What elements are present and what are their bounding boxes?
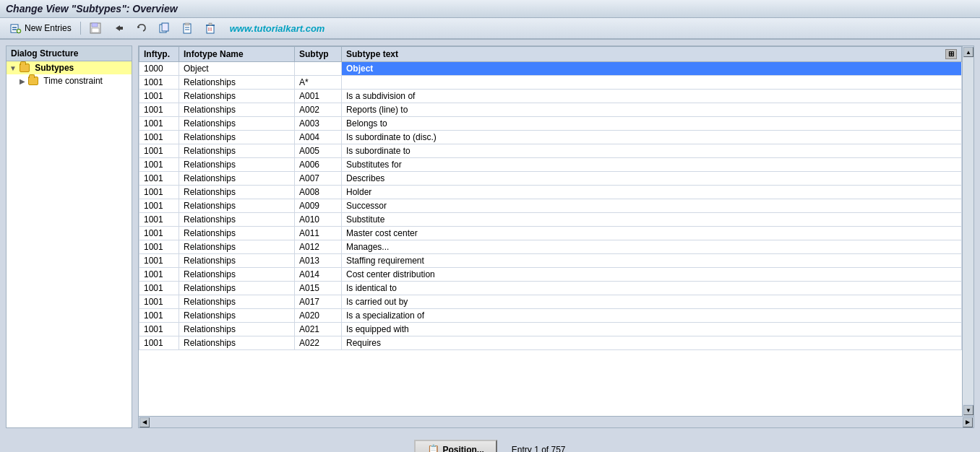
cell-inftyp: 1000 (139, 62, 179, 76)
cell-subtype-text: Is carried out by (342, 295, 962, 309)
table-row[interactable]: 1001 Relationships A005 Is subordinate t… (139, 144, 962, 158)
cell-inftyp: 1001 (139, 117, 179, 131)
cell-infotype-name: Relationships (179, 199, 295, 213)
cell-infotype-name: Relationships (179, 144, 295, 158)
cell-infotype-name: Relationships (179, 323, 295, 336)
data-table: Inftyp. Infotype Name Subtyp Subtype tex… (139, 46, 962, 350)
cell-inftyp: 1001 (139, 76, 179, 90)
vertical-scrollbar[interactable]: ▲ ▼ (962, 46, 973, 416)
cell-subtype-text: Is subordinate to (342, 144, 962, 158)
save-icon (90, 22, 101, 34)
table-row[interactable]: 1001 Relationships A021 Is equipped with (139, 323, 962, 336)
cell-subtyp: A001 (295, 90, 342, 103)
dialog-structure-panel: Dialog Structure ▼ Subtypes ▶ Time const… (6, 45, 132, 428)
new-entries-icon (10, 22, 22, 34)
cell-inftyp: 1001 (139, 309, 179, 323)
cell-subtyp: A021 (295, 323, 342, 336)
delete-icon (205, 22, 217, 34)
cell-subtyp: A014 (295, 268, 342, 282)
cell-infotype-name: Relationships (179, 158, 295, 172)
table-row[interactable]: 1001 Relationships A012 Manages... (139, 240, 962, 254)
cell-subtyp: A002 (295, 103, 342, 117)
delete-button[interactable] (201, 21, 221, 35)
table-row[interactable]: 1001 Relationships A003 Belongs to (139, 117, 962, 131)
cell-subtyp: A020 (295, 309, 342, 323)
cell-subtype-text: Is a subdivision of (342, 90, 962, 103)
page-title: Change View "Subtypes": Overview (6, 3, 178, 14)
cell-infotype-name: Relationships (179, 131, 295, 144)
scroll-left-button[interactable]: ◀ (139, 417, 150, 427)
cell-subtype-text: Is identical to (342, 282, 962, 295)
table-row[interactable]: 1001 Relationships A008 Holder (139, 186, 962, 199)
cell-subtyp: A007 (295, 172, 342, 186)
cell-subtype-text: Holder (342, 186, 962, 199)
scroll-up-button[interactable]: ▲ (963, 47, 973, 57)
table-row[interactable]: 1001 Relationships A015 Is identical to (139, 282, 962, 295)
cell-inftyp: 1001 (139, 131, 179, 144)
table-row[interactable]: 1001 Relationships A022 Requires (139, 336, 962, 350)
cell-infotype-name: Relationships (179, 336, 295, 350)
table-container: Inftyp. Infotype Name Subtyp Subtype tex… (139, 46, 973, 416)
cell-subtype-text: Manages... (342, 240, 962, 254)
svg-rect-9 (119, 27, 123, 30)
cell-infotype-name: Relationships (179, 240, 295, 254)
new-entries-button[interactable]: New Entries (6, 21, 76, 35)
sidebar-item-time-constraint[interactable]: ▶ Time constraint (7, 74, 132, 87)
table-row[interactable]: 1001 Relationships A017 Is carried out b… (139, 295, 962, 309)
sidebar-item-label-time: Time constraint (43, 76, 103, 86)
position-icon: 📋 (427, 444, 439, 452)
table-row[interactable]: 1001 Relationships A009 Successor (139, 199, 962, 213)
table-row[interactable]: 1001 Relationships A001 Is a subdivision… (139, 90, 962, 103)
table-panel: Inftyp. Infotype Name Subtyp Subtype tex… (138, 45, 974, 428)
back-button[interactable] (108, 21, 129, 35)
cell-subtyp: A008 (295, 186, 342, 199)
cell-subtype-text: Belongs to (342, 117, 962, 131)
entry-info: Entry 1 of 757 (512, 445, 566, 452)
col-header-subtype-text: Subtype text ⊞ (342, 47, 962, 62)
cell-infotype-name: Object (179, 62, 295, 76)
paste-button[interactable] (178, 21, 198, 35)
table-row[interactable]: 1001 Relationships A011 Master cost cent… (139, 227, 962, 240)
cell-inftyp: 1001 (139, 323, 179, 336)
col-resize-icon[interactable]: ⊞ (945, 49, 957, 59)
cell-subtyp: A012 (295, 240, 342, 254)
svg-rect-8 (92, 28, 99, 32)
scroll-right-button[interactable]: ▶ (963, 417, 973, 427)
table-body: 1000 Object Object 1001 Relationships A*… (139, 62, 962, 350)
cell-inftyp: 1001 (139, 240, 179, 254)
cell-infotype-name: Relationships (179, 268, 295, 282)
sidebar-item-subtypes[interactable]: ▼ Subtypes (7, 61, 132, 74)
cell-subtype-text: Requires (342, 336, 962, 350)
table-row[interactable]: 1001 Relationships A004 Is subordinate t… (139, 131, 962, 144)
cell-inftyp: 1001 (139, 172, 179, 186)
col-header-infotype-name: Infotype Name (179, 47, 295, 62)
table-row[interactable]: 1000 Object Object (139, 62, 962, 76)
cell-infotype-name: Relationships (179, 76, 295, 90)
table-row[interactable]: 1001 Relationships A013 Staffing require… (139, 254, 962, 268)
table-row[interactable]: 1001 Relationships A002 Reports (line) t… (139, 103, 962, 117)
horizontal-scrollbar[interactable]: ◀ ▶ (139, 416, 973, 427)
table-row[interactable]: 1001 Relationships A020 Is a specializat… (139, 309, 962, 323)
watermark: www.tutorialkart.com (230, 23, 325, 34)
cell-subtype-text: Substitutes for (342, 158, 962, 172)
table-row[interactable]: 1001 Relationships A007 Describes (139, 172, 962, 186)
table-row[interactable]: 1001 Relationships A006 Substitutes for (139, 158, 962, 172)
cell-inftyp: 1001 (139, 336, 179, 350)
scroll-down-button[interactable]: ▼ (963, 405, 973, 415)
cell-infotype-name: Relationships (179, 213, 295, 227)
table-wrapper[interactable]: Inftyp. Infotype Name Subtyp Subtype tex… (139, 46, 962, 416)
copy-icon (159, 22, 171, 34)
table-row[interactable]: 1001 Relationships A014 Cost center dist… (139, 268, 962, 282)
tree-arrow-time: ▶ (20, 77, 25, 85)
folder-icon-subtypes (20, 64, 30, 72)
copy-button[interactable] (155, 21, 175, 35)
save-button[interactable] (85, 21, 106, 35)
table-row[interactable]: 1001 Relationships A* (139, 76, 962, 90)
cell-subtyp: A005 (295, 144, 342, 158)
cell-subtyp (295, 62, 342, 76)
table-row[interactable]: 1001 Relationships A010 Substitute (139, 213, 962, 227)
undo-button[interactable] (132, 21, 152, 35)
main-content: Dialog Structure ▼ Subtypes ▶ Time const… (0, 40, 980, 434)
col-header-subtyp: Subtyp (295, 47, 342, 62)
position-button[interactable]: 📋 Position... (414, 440, 497, 452)
